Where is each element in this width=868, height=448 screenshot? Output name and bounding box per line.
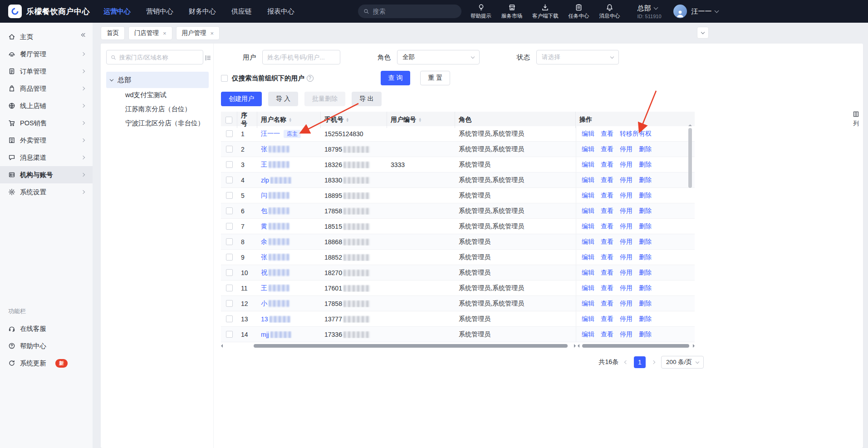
role-filter-select[interactable]: 全部 — [397, 50, 480, 64]
user-name-link[interactable]: 余 — [261, 238, 267, 245]
row-action-link[interactable]: 查看 — [601, 145, 613, 153]
sidebar-footer-item[interactable]: 系统更新新 — [0, 354, 93, 372]
row-action-link[interactable]: 停用 — [620, 145, 633, 153]
row-action-link[interactable]: 停用 — [620, 161, 633, 169]
user-name-link[interactable]: 汪一一 — [261, 130, 280, 137]
row-checkbox[interactable] — [226, 331, 233, 338]
row-checkbox[interactable] — [226, 192, 233, 199]
row-action-link[interactable]: 删除 — [639, 192, 652, 200]
user-name-link[interactable]: 王 — [261, 284, 267, 291]
row-action-link[interactable]: 查看 — [601, 315, 613, 323]
avatar[interactable] — [673, 5, 687, 18]
pagination-page-1[interactable]: 1 — [634, 356, 646, 368]
select-all-checkbox[interactable] — [226, 117, 232, 123]
horizontal-scrollbar-main[interactable] — [221, 344, 576, 348]
quick-action-bell[interactable]: 消息中心 — [599, 4, 620, 20]
scroll-left-arrow[interactable] — [221, 344, 223, 348]
row-action-link[interactable]: 停用 — [620, 284, 633, 292]
scroll-up-arrow[interactable] — [688, 123, 692, 126]
close-icon[interactable]: × — [163, 30, 167, 36]
row-action-link[interactable]: 删除 — [639, 222, 652, 231]
quick-action-task[interactable]: 任务中心 — [569, 4, 589, 20]
status-filter-select[interactable]: 请选择 — [536, 50, 619, 64]
row-action-link[interactable]: 停用 — [620, 238, 633, 246]
row-action-link[interactable]: 编辑 — [582, 253, 594, 261]
row-action-link[interactable]: 编辑 — [582, 207, 594, 215]
row-action-link[interactable]: 删除 — [639, 176, 652, 184]
user-name-link[interactable]: mjj — [261, 331, 269, 338]
row-action-link[interactable]: 编辑 — [582, 300, 594, 308]
row-action-link[interactable]: 编辑 — [582, 315, 594, 323]
create-user-button[interactable]: 创建用户 — [221, 92, 262, 106]
row-checkbox[interactable] — [226, 285, 233, 291]
row-checkbox[interactable] — [226, 146, 233, 153]
row-action-link[interactable]: 查看 — [601, 253, 613, 261]
row-checkbox[interactable] — [226, 223, 233, 230]
row-action-link[interactable]: 查看 — [601, 192, 613, 200]
user-name-link[interactable]: 黄 — [261, 222, 267, 230]
row-action-link[interactable]: 查看 — [601, 300, 613, 308]
sidebar-item[interactable]: 主页 — [0, 28, 93, 45]
scope-checkbox[interactable] — [221, 75, 228, 82]
row-action-link[interactable]: 编辑 — [582, 284, 594, 292]
user-name-link[interactable]: 张 — [261, 253, 267, 261]
horizontal-scrollbar-thumb[interactable] — [254, 344, 568, 348]
sort-icon[interactable]: ▲▼ — [346, 118, 349, 122]
row-action-link[interactable]: 查看 — [601, 284, 613, 292]
row-action-link[interactable]: 停用 — [620, 253, 633, 261]
sort-icon[interactable]: ▲▼ — [289, 118, 292, 122]
user-name-link[interactable]: 王 — [261, 161, 267, 168]
close-icon[interactable]: × — [211, 30, 214, 36]
global-search-input[interactable] — [373, 8, 456, 15]
row-action-link[interactable]: 删除 — [639, 161, 652, 169]
user-name-link[interactable]: 包 — [261, 207, 267, 214]
user-menu[interactable]: 汪一一 — [691, 7, 718, 16]
row-action-link[interactable]: 删除 — [639, 269, 652, 277]
sidebar-item[interactable]: 机构与账号 — [0, 166, 93, 183]
topbar-nav-item[interactable]: 营销中心 — [146, 7, 173, 16]
row-action-link[interactable]: 删除 — [639, 330, 652, 339]
quick-action-market[interactable]: 服务市场 — [501, 4, 522, 20]
sidebar-item[interactable]: 外卖管理 — [0, 132, 93, 149]
row-action-link[interactable]: 查看 — [601, 161, 613, 169]
column-settings-button[interactable]: 列 — [853, 111, 859, 128]
row-checkbox[interactable] — [226, 315, 233, 322]
row-action-link[interactable]: 停用 — [620, 315, 633, 323]
global-search[interactable] — [358, 5, 461, 18]
org-switcher[interactable]: 总部 ID: 511910 — [638, 4, 662, 19]
pagination-prev[interactable] — [625, 361, 628, 364]
row-action-link[interactable]: 查看 — [601, 130, 613, 138]
row-action-link[interactable]: 转移所有权 — [620, 130, 652, 138]
row-action-link[interactable]: 停用 — [620, 207, 633, 215]
batch-delete-button[interactable]: 批量删除 — [304, 92, 345, 106]
user-name-link[interactable]: 小 — [261, 300, 267, 307]
user-name-link[interactable]: zlp — [261, 177, 269, 184]
row-action-link[interactable]: 删除 — [639, 145, 652, 153]
row-action-link[interactable]: 查看 — [601, 238, 613, 246]
tab-item[interactable]: 用户管理× — [176, 26, 220, 40]
row-action-link[interactable]: 删除 — [639, 207, 652, 215]
tree-search-input[interactable] — [119, 54, 199, 61]
tab-item[interactable]: 门店管理× — [128, 26, 172, 40]
sidebar-item[interactable]: 系统设置 — [0, 183, 93, 201]
tree-node[interactable]: wd支付宝测试 — [106, 88, 209, 102]
row-action-link[interactable]: 删除 — [639, 300, 652, 308]
scroll-right-arrow[interactable] — [693, 344, 695, 348]
column-header[interactable]: 用户名称▲▼ — [257, 112, 321, 128]
row-checkbox[interactable] — [226, 300, 233, 307]
app-logo[interactable] — [8, 5, 22, 18]
user-name-link[interactable]: 13 — [261, 315, 268, 323]
page-size-select[interactable]: 200 条/页 — [661, 356, 704, 369]
row-action-link[interactable]: 查看 — [601, 269, 613, 277]
vertical-scrollbar[interactable] — [688, 127, 692, 342]
row-checkbox[interactable] — [226, 177, 233, 183]
row-checkbox[interactable] — [226, 207, 233, 214]
row-action-link[interactable]: 查看 — [601, 207, 613, 215]
tree-node-root[interactable]: 总部 — [106, 72, 209, 88]
column-header[interactable]: 用户编号▲▼ — [387, 112, 455, 128]
row-action-link[interactable]: 编辑 — [582, 130, 594, 138]
vertical-scrollbar-thumb[interactable] — [688, 128, 692, 188]
sidebar-footer-item[interactable]: 帮助中心 — [0, 337, 93, 354]
row-action-link[interactable]: 删除 — [639, 253, 652, 261]
question-circle-icon[interactable]: ? — [307, 75, 314, 82]
